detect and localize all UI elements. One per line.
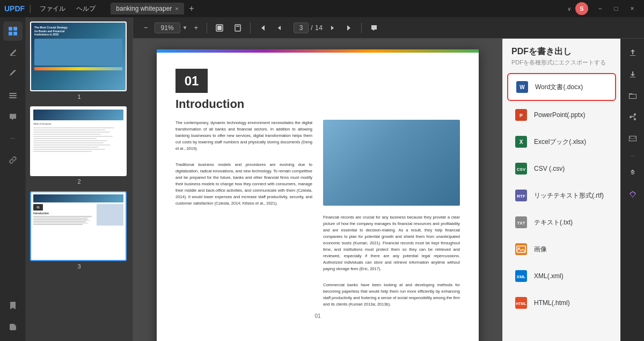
- tab-close-button[interactable]: ×: [175, 5, 178, 12]
- export-txt-label: テキスト(.txt): [534, 218, 573, 227]
- right-panel-title: PDFを書き出し: [511, 46, 612, 57]
- menu-help[interactable]: ヘルプ: [72, 3, 100, 14]
- export-csv-label: CSV (.csv): [534, 165, 565, 172]
- first-page-button[interactable]: [255, 23, 270, 33]
- window-chevron-icon[interactable]: ∨: [567, 6, 571, 12]
- pdf-right-column: Financial records are crucial for any bu…: [323, 120, 460, 308]
- sidebar-icon-attachment[interactable]: [3, 317, 23, 337]
- thumbnail-label-1: 1: [30, 93, 128, 100]
- fit-page-button[interactable]: [230, 22, 246, 34]
- svg-rect-5: [9, 95, 17, 96]
- export-csv-button[interactable]: CSV CSV (.csv): [507, 156, 616, 182]
- last-page-button[interactable]: [342, 23, 357, 33]
- menu-bar: ファイル ヘルプ: [35, 3, 100, 14]
- pdf-page-number: 01: [175, 308, 460, 319]
- sidebar-icon-link[interactable]: [3, 150, 23, 170]
- sidebar-icon-bookmark[interactable]: [3, 296, 23, 315]
- export-image-button[interactable]: 画像: [507, 236, 616, 262]
- thumb3-body: 01 Introduction: [33, 204, 123, 226]
- zoom-out-button[interactable]: −: [140, 21, 152, 34]
- thumbnail-1[interactable]: The Most Crucial Strategyfor Banks and F…: [30, 21, 128, 100]
- thumb3-chapter-title: Introduction: [33, 212, 95, 215]
- new-tab-button[interactable]: +: [186, 3, 197, 14]
- export-xml-button[interactable]: XML XML(.xml): [507, 263, 616, 289]
- svg-text:W: W: [519, 84, 525, 90]
- sidebar-icon-comment[interactable]: [3, 107, 23, 127]
- export-list: W Word文書(.docx) P PowerPo: [503, 69, 620, 321]
- page-number-input[interactable]: [294, 23, 309, 33]
- thumb1-bar: [34, 67, 122, 70]
- active-tab[interactable]: banking whitepaper ×: [111, 3, 184, 14]
- svg-rect-9: [235, 25, 240, 31]
- prev-page-button[interactable]: [272, 23, 287, 33]
- avatar[interactable]: S: [575, 2, 588, 15]
- maximize-button[interactable]: □: [609, 3, 624, 14]
- toolbar: − ▼ + / 14: [133, 17, 644, 39]
- pdf-photo-inner: [323, 120, 460, 206]
- thumb2-content: Table of Contents: [31, 107, 126, 175]
- right-sidebar-icon-mail[interactable]: [623, 129, 642, 148]
- export-excel-label: Excelブック(.xlsx): [534, 137, 586, 147]
- thumbnail-2[interactable]: Table of Contents: [30, 106, 128, 185]
- thumb3-content: 01 Introduction: [31, 192, 126, 260]
- right-sidebar-icon-upload[interactable]: [623, 43, 642, 62]
- txt-icon: TXT: [514, 215, 529, 230]
- zoom-in-button[interactable]: +: [190, 21, 203, 34]
- close-button[interactable]: ×: [625, 3, 640, 14]
- pdf-photo: [323, 120, 460, 206]
- export-xml-label: XML(.xml): [534, 272, 564, 280]
- export-html-button[interactable]: HTML HTML(.html): [507, 290, 616, 316]
- app-logo: UPDF: [4, 4, 25, 13]
- right-sidebar-icon-gem[interactable]: [623, 185, 642, 204]
- export-txt-button[interactable]: TXT テキスト(.txt): [507, 209, 616, 235]
- comment-button[interactable]: [366, 22, 382, 34]
- rtf-icon: RTF: [514, 188, 529, 203]
- sidebar-icon-minus[interactable]: −: [3, 129, 23, 148]
- thumbnail-label-3: 3: [30, 263, 128, 270]
- sep-3: [361, 23, 362, 33]
- export-rtf-button[interactable]: RTF リッチテキスト形式(.rtf): [507, 183, 616, 208]
- thumb3-para-lines: [33, 216, 95, 225]
- xml-icon: XML: [514, 269, 529, 284]
- right-sidebar-icon-download[interactable]: [623, 64, 642, 84]
- thumbnail-3[interactable]: 01 Introduction: [30, 191, 128, 270]
- pdf-viewer[interactable]: 01 Introduction The contemporary, dynami…: [133, 39, 502, 341]
- next-page-button[interactable]: [325, 23, 340, 33]
- pdf-para-3: Financial records are crucial for any bu…: [323, 214, 460, 272]
- right-sidebar-icon-settings[interactable]: [623, 163, 642, 183]
- export-excel-button[interactable]: X Excelブック(.xlsx): [507, 129, 616, 155]
- sidebar-icon-edit[interactable]: [3, 43, 23, 62]
- svg-text:P: P: [519, 113, 523, 118]
- menu-file[interactable]: ファイル: [35, 3, 70, 14]
- chapter-number-box: 01: [175, 69, 208, 93]
- zoom-dropdown-icon[interactable]: ▼: [182, 25, 188, 31]
- thumb1-content: The Most Crucial Strategyfor Banks and F…: [31, 23, 126, 90]
- svg-rect-3: [13, 32, 17, 35]
- right-sidebar-icon-folder[interactable]: [623, 86, 642, 105]
- zoom-input[interactable]: [155, 23, 180, 33]
- export-image-label: 画像: [534, 245, 547, 254]
- export-ppt-button[interactable]: P PowerPoint(.pptx): [507, 102, 616, 128]
- right-panel-header: PDFを書き出し PDFを各種形式にエクスポートする: [503, 39, 620, 69]
- zoom-control: ▼: [155, 23, 188, 33]
- sidebar-icon-thumbnail[interactable]: [3, 21, 23, 41]
- fit-width-button[interactable]: [211, 22, 228, 34]
- svg-text:CSV: CSV: [517, 167, 526, 172]
- svg-rect-4: [9, 93, 17, 94]
- export-word-button[interactable]: W Word文書(.docx): [507, 73, 616, 101]
- thumb2-header: [33, 110, 123, 120]
- ppt-icon: P: [514, 107, 529, 122]
- right-sidebar-icon-share[interactable]: [623, 107, 642, 127]
- excel-icon: X: [514, 134, 529, 149]
- svg-text:RTF: RTF: [517, 194, 525, 199]
- minimize-button[interactable]: −: [592, 3, 608, 14]
- right-panel-subtitle: PDFを各種形式にエクスポートする: [511, 59, 612, 67]
- right-sidebar: −: [620, 39, 644, 341]
- right-panel: PDFを書き出し PDFを各種形式にエクスポートする W Word文書(.doc…: [502, 39, 620, 341]
- title-divider: |: [29, 4, 31, 13]
- thumbnail-image-2: Table of Contents: [30, 106, 127, 176]
- sidebar-icon-organize[interactable]: [3, 86, 23, 105]
- svg-rect-2: [9, 32, 12, 35]
- sidebar-icon-annotate[interactable]: [3, 64, 23, 84]
- pdf-two-column-layout: The contemporary, dynamic technology env…: [175, 120, 460, 308]
